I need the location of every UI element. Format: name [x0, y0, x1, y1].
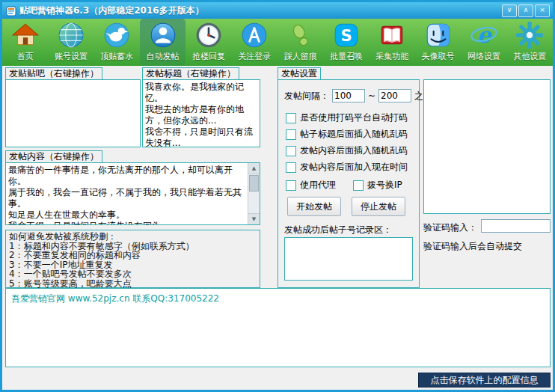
checkbox-square[interactable]: [353, 180, 364, 191]
captcha-input-label: 验证码输入：: [423, 221, 477, 234]
toolbar-item-label: 网络设置: [467, 51, 500, 62]
ie-icon: e: [470, 21, 498, 49]
post-content-textarea[interactable]: 最痛苦的一件事情是，你无法离开的那个人，却可以离开你。 属于我的，我会一直记得，…: [6, 163, 248, 224]
post-content-box: 最痛苦的一件事情是，你无法离开的那个人，却可以离开你。 属于我的，我会一直记得，…: [5, 162, 260, 225]
post-record-listbox[interactable]: [284, 237, 413, 281]
toolbar-item-other-settings[interactable]: 其他设置: [507, 19, 553, 66]
window-title: 贴吧营销神器6.3（内部稳定2016多开版本）: [19, 4, 204, 17]
footprint-icon: [286, 21, 315, 49]
toolbar-item-batch-summon[interactable]: S 批量召唤: [323, 19, 369, 66]
tips-line: 2：不要重复发相同的标题和内容: [9, 251, 257, 260]
close-button[interactable]: ×: [535, 4, 550, 17]
checkbox-label: 发帖内容后面加入现在时间: [300, 161, 408, 174]
toolbar-item-label: 采集功能: [375, 51, 408, 62]
interval-max-input[interactable]: [378, 89, 411, 102]
finder-icon: [424, 21, 453, 49]
checkbox-title-random[interactable]: 帖子标题后面插入随机乱码: [286, 128, 408, 141]
content-scrollbar[interactable]: ▲ ▼: [248, 163, 260, 224]
toolbar-item-visit-trace[interactable]: 踩人留痕: [278, 19, 323, 66]
tieba-listbox[interactable]: [5, 79, 141, 147]
skype-icon: S: [332, 21, 361, 49]
toolbar-item-follow-login[interactable]: 关注登录: [232, 19, 278, 66]
checkbox-square[interactable]: [286, 146, 296, 156]
toolbar-item-label: 关注登录: [238, 51, 271, 62]
book-icon: [378, 21, 406, 49]
svg-text:e: e: [477, 22, 493, 48]
post-titles-label: 发帖标题（右键操作）: [142, 67, 239, 80]
tieba-list-label: 发贴贴吧（右键操作）: [5, 67, 102, 80]
checkbox-label: 发帖内容后面插入随机乱码: [300, 144, 408, 157]
toolbar-item-label: 踩人留痕: [284, 51, 317, 62]
post-settings-group: 发帖间隔： ~ 之间 是否使用打码平台自动打码 帖子标题后面插入随机乱码 发帖内…: [278, 79, 420, 288]
interval-min-input[interactable]: [332, 89, 365, 102]
toolbar-item-label: 批量召唤: [330, 51, 363, 62]
interval-label: 发帖间隔：: [284, 90, 329, 102]
checkbox-label: 帖子标题后面插入随机乱码: [300, 128, 408, 141]
scroll-up-icon[interactable]: ▲: [248, 163, 260, 174]
scroll-thumb[interactable]: [249, 175, 259, 192]
toolbar-item-collect[interactable]: 采集功能: [370, 19, 415, 66]
minimize-button[interactable]: ∨: [502, 4, 517, 17]
footer-log-box: 吾爱营销官网 www.52pjz.cn 联系QQ:317005222: [5, 288, 551, 367]
tips-heading: 如何避免发帖被系统秒删：: [9, 232, 257, 242]
checkbox-label: 拨号换IP: [367, 179, 402, 192]
toolbar-item-label: 顶贴蓄水: [100, 51, 133, 62]
checkbox-auto-captcha[interactable]: 是否使用打码平台自动打码: [286, 111, 408, 124]
tips-line: 5：账号等级要高，吧龄要大点: [9, 279, 257, 289]
stop-post-button[interactable]: 停止发帖: [352, 197, 405, 216]
captcha-input[interactable]: [481, 219, 551, 233]
checkbox-square[interactable]: [286, 180, 296, 191]
bird-icon: [102, 21, 131, 49]
checkbox-square[interactable]: [286, 113, 296, 123]
toolbar-item-label: 账号设置: [55, 51, 88, 62]
app-window: 贴吧营销神器6.3（内部稳定2016多开版本） ∨ ∧ × 首页 账号设置 顶贴…: [0, 0, 555, 392]
record-area-label: 发帖成功后帖子号记录区：: [284, 224, 392, 236]
interval-row: 发帖间隔： ~ 之间: [284, 89, 432, 102]
clock-icon: [194, 21, 223, 49]
checkbox-label: 使用代理: [300, 179, 336, 192]
post-settings-label: 发帖设置: [278, 67, 321, 80]
main-toolbar: 首页 账号设置 顶贴蓄水 自动发帖 抢楼回复: [2, 19, 553, 67]
anti-delete-tips: 如何避免发帖被系统秒删： 1：标题和内容不要有敏感字（例如联系方式） 2：不要重…: [5, 230, 260, 288]
checkbox-use-proxy[interactable]: 使用代理: [286, 179, 336, 192]
maximize-button[interactable]: ∧: [518, 4, 533, 17]
globe-icon: [57, 21, 85, 49]
checkbox-dial-ip[interactable]: 拨号换IP: [353, 179, 402, 192]
toolbar-item-label: 首页: [17, 51, 34, 62]
appstore-icon: [240, 21, 269, 49]
toolbar-item-label: 自动发帖: [147, 51, 180, 62]
save-config-button[interactable]: 点击保存软件上的配置信息: [418, 373, 551, 388]
checkbox-square[interactable]: [286, 129, 296, 140]
captcha-display-area: [423, 79, 551, 214]
captcha-hint: 验证码输入后会自动提交: [423, 240, 522, 253]
toolbar-item-top-post[interactable]: 顶贴蓄水: [94, 19, 140, 66]
main-content: 发贴贴吧（右键操作） 发帖标题（右键操作） 我喜欢你。是我独家的记忆。 我想去的…: [2, 66, 553, 390]
toolbar-item-avatar-number[interactable]: 头像取号: [415, 19, 461, 66]
app-icon: [6, 5, 16, 16]
post-titles-box: 我喜欢你。是我独家的记忆。 我想去的地方是有你的地方，但你永远的... 我舍不得…: [142, 79, 260, 147]
toolbar-item-account-settings[interactable]: 账号设置: [48, 19, 93, 66]
post-titles-textarea[interactable]: 我喜欢你。是我独家的记忆。 我想去的地方是有你的地方，但你永远的... 我舍不得…: [143, 80, 260, 147]
toolbar-item-label: 头像取号: [422, 51, 455, 62]
checkbox-square[interactable]: [286, 162, 296, 173]
post-content-label: 发帖内容（右键操作）: [5, 150, 102, 163]
scroll-down-icon[interactable]: ▼: [248, 213, 260, 224]
gear-icon: [515, 21, 544, 49]
interval-tilde: ~: [368, 91, 375, 101]
toolbar-item-floor-reply[interactable]: 抢楼回复: [185, 19, 231, 66]
toolbar-item-home[interactable]: 首页: [2, 19, 48, 66]
checkbox-label: 是否使用打码平台自动打码: [300, 111, 408, 124]
person-icon: [149, 21, 177, 49]
checkbox-content-random[interactable]: 发帖内容后面插入随机乱码: [286, 144, 408, 157]
svg-text:S: S: [340, 26, 352, 45]
title-bar: 贴吧营销神器6.3（内部稳定2016多开版本） ∨ ∧ ×: [2, 2, 553, 19]
start-post-button[interactable]: 开始发帖: [287, 197, 341, 216]
toolbar-item-label: 抢楼回复: [192, 51, 225, 62]
toolbar-item-auto-post[interactable]: 自动发帖: [140, 19, 185, 66]
checkbox-content-time[interactable]: 发帖内容后面加入现在时间: [286, 161, 408, 174]
toolbar-item-label: 其他设置: [513, 51, 546, 62]
home-icon: [11, 21, 40, 49]
official-site-link[interactable]: 吾爱营销官网 www.52pjz.cn 联系QQ:317005222: [6, 289, 550, 309]
toolbar-item-network-settings[interactable]: e 网络设置: [461, 19, 506, 66]
